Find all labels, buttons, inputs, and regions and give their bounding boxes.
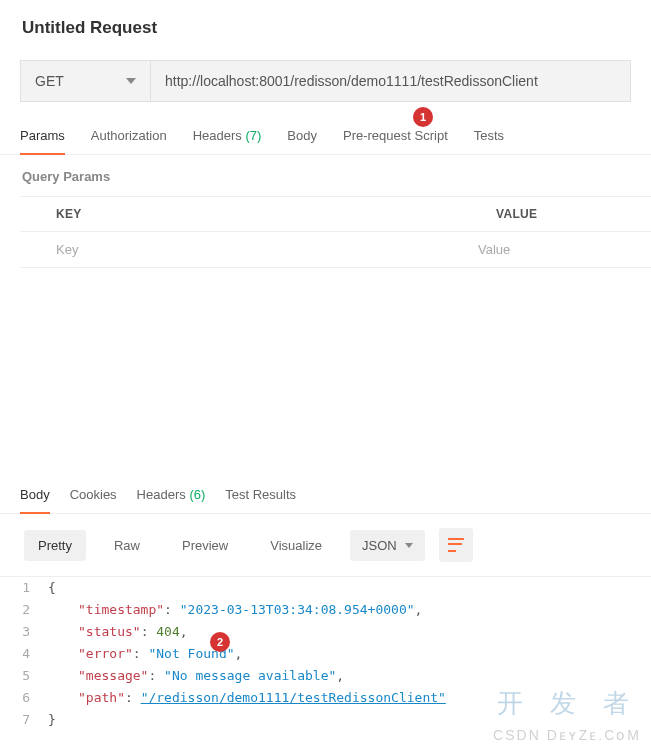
response-tab-test-results[interactable]: Test Results (225, 481, 296, 513)
tab-tests[interactable]: Tests (474, 120, 504, 154)
key-input-placeholder[interactable]: Key (20, 232, 460, 268)
tab-prerequest[interactable]: Pre-request Script (343, 120, 448, 154)
response-toolbar: Pretty Raw Preview Visualize JSON (0, 514, 651, 576)
json-key: "status" (78, 624, 141, 639)
view-preview-button[interactable]: Preview (168, 530, 242, 561)
view-visualize-button[interactable]: Visualize (256, 530, 336, 561)
table-row: Key Value (20, 232, 651, 268)
json-value: "No message available" (164, 668, 336, 683)
view-raw-button[interactable]: Raw (100, 530, 154, 561)
response-tab-headers[interactable]: Headers (6) (137, 481, 206, 513)
chevron-down-icon (126, 78, 136, 84)
tab-params[interactable]: Params (20, 120, 65, 155)
chevron-down-icon (405, 543, 413, 548)
json-key: "message" (78, 668, 148, 683)
response-tab-cookies[interactable]: Cookies (70, 481, 117, 513)
line-number: 5 (0, 665, 48, 687)
line-number: 1 (0, 577, 48, 599)
wrap-icon (448, 538, 464, 552)
format-select[interactable]: JSON (350, 530, 425, 561)
line-number: 2 (0, 599, 48, 621)
line-number: 7 (0, 709, 48, 731)
tab-body[interactable]: Body (287, 120, 317, 154)
response-tab-headers-count: (6) (189, 487, 205, 502)
value-input-placeholder[interactable]: Value (460, 232, 651, 268)
json-value: "2023-03-13T03:34:08.954+0000" (180, 602, 415, 617)
request-title: Untitled Request (0, 0, 651, 52)
response-tab-headers-label: Headers (137, 487, 186, 502)
json-key: "error" (78, 646, 133, 661)
tab-authorization[interactable]: Authorization (91, 120, 167, 154)
url-input[interactable] (151, 61, 630, 101)
query-params-label: Query Params (0, 155, 651, 196)
json-key: "path" (78, 690, 125, 705)
wrap-lines-button[interactable] (439, 528, 473, 562)
http-method-select[interactable]: GET (21, 61, 151, 101)
response-area: Body Cookies Headers (6) Test Results Pr… (0, 475, 651, 751)
response-tabs: Body Cookies Headers (6) Test Results (0, 475, 651, 514)
annotation-marker-2: 2 (210, 632, 230, 652)
tab-headers-count: (7) (245, 128, 261, 143)
response-tab-body[interactable]: Body (20, 481, 50, 514)
request-bar: GET (20, 60, 631, 102)
annotation-marker-1: 1 (413, 107, 433, 127)
json-value: 404 (156, 624, 179, 639)
column-value: VALUE (460, 197, 651, 232)
column-key: KEY (20, 197, 460, 232)
json-value: "/redisson/demo1111/testRedissonClient" (141, 690, 446, 705)
line-number: 4 (0, 643, 48, 665)
tab-headers-label: Headers (193, 128, 242, 143)
response-json-view: 1{ 2"timestamp": "2023-03-13T03:34:08.95… (0, 576, 651, 751)
tab-headers[interactable]: Headers (7) (193, 120, 262, 154)
line-number: 6 (0, 687, 48, 709)
format-value: JSON (362, 538, 397, 553)
line-number: 3 (0, 621, 48, 643)
request-tabs: Params Authorization Headers (7) Body Pr… (0, 116, 651, 155)
view-pretty-button[interactable]: Pretty (24, 530, 86, 561)
json-key: "timestamp" (78, 602, 164, 617)
http-method-value: GET (35, 73, 64, 89)
query-params-table: KEY VALUE Key Value (20, 196, 651, 268)
